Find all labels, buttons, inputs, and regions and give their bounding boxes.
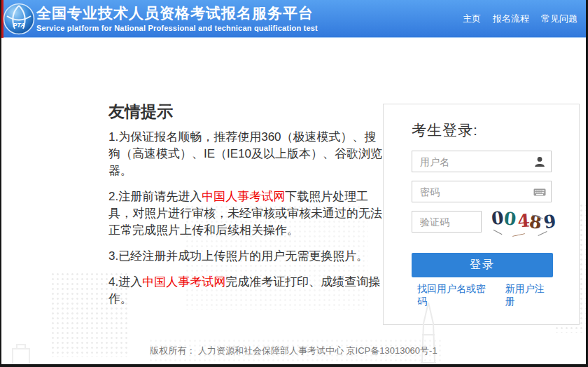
login-button[interactable]: 登录 (412, 253, 553, 277)
friendly-tips: 友情提示 1.为保证报名顺畅，推荐使用360（极速模式）、搜狗（高速模式）、IE… (108, 102, 383, 317)
captcha-noise (493, 230, 503, 235)
top-nav: 主页 报名流程 常见问题 (463, 0, 578, 38)
new-user-register-link[interactable]: 新用户注册 (505, 283, 552, 308)
nav-faq-link[interactable]: 常见问题 (541, 13, 578, 25)
tip-item-4: 4.进入中国人事考试网完成准考证打印、成绩查询操作。 (108, 274, 383, 307)
password-field-wrap (412, 181, 552, 202)
captcha-image-digits: 00489 (491, 208, 556, 228)
header: PTA 全国专业技术人员资格考试报名服务平台 Service platform … (1, 0, 586, 38)
page: PTA 全国专业技术人员资格考试报名服务平台 Service platform … (0, 0, 588, 367)
tip-item-1: 1.为保证报名顺畅，推荐使用360（极速模式）、搜狗（高速模式）、IE（IE10… (108, 129, 383, 179)
captcha-field-wrap (412, 211, 482, 233)
username-input[interactable] (412, 151, 552, 172)
cpta-site-link[interactable]: 中国人事考试网 (142, 275, 225, 289)
footer-copyright: 版权所有： 人力资源和社会保障部人事考试中心 京ICP备13013060号-1 (1, 345, 586, 357)
svg-text:PTA: PTA (13, 22, 24, 29)
keyboard-icon (533, 186, 546, 198)
title-block: 全国专业技术人员资格考试报名服务平台 Service platform for … (36, 5, 318, 32)
captcha-row: 00489 (412, 211, 552, 237)
tips-heading: 友情提示 (108, 102, 383, 121)
nav-process-link[interactable]: 报名流程 (493, 13, 529, 25)
nav-home-link[interactable]: 主页 (463, 13, 481, 25)
login-panel: 考生登录: (383, 104, 580, 325)
login-heading: 考生登录: (412, 120, 552, 141)
captcha-input[interactable] (412, 211, 482, 233)
site-subtitle: Service platform for National Profession… (36, 24, 318, 32)
user-icon (533, 155, 546, 168)
tip-item-2: 2.注册前请先进入中国人事考试网下载照片处理工具，对照片进行审核，未经审核或审核… (108, 188, 383, 239)
captcha-noise (512, 233, 525, 237)
username-field-wrap (412, 151, 552, 172)
captcha-image[interactable]: 00489 (491, 208, 553, 237)
pta-logo-icon: PTA (3, 3, 35, 35)
password-input[interactable] (412, 181, 552, 202)
site-title: 全国专业技术人员资格考试报名服务平台 (36, 5, 318, 22)
tip-item-3: 3.已经注册并成功上传照片的用户无需更换照片。 (108, 248, 383, 265)
cpta-site-link[interactable]: 中国人事考试网 (202, 190, 285, 203)
